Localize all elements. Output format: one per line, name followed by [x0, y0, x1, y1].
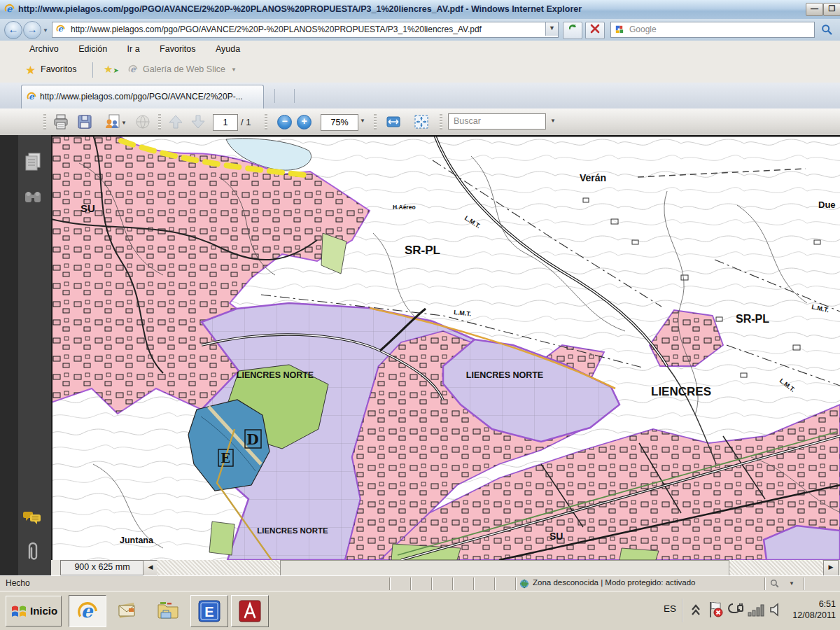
toolbar-grip [440, 114, 442, 130]
save-button[interactable] [74, 113, 95, 131]
google-icon [614, 24, 624, 37]
address-bar[interactable]: e ▼ [52, 22, 559, 38]
favorites-star-icon: ★ [25, 63, 36, 78]
status-bar: Hecho Zona desconocida | Modo protegido:… [0, 575, 840, 592]
network-signal-icon[interactable] [748, 603, 766, 620]
menu-ira[interactable]: Ir a [119, 41, 148, 57]
taskbar-item-adobe-reader[interactable] [231, 595, 269, 627]
find-box[interactable] [448, 113, 546, 130]
tray-expand-icon[interactable] [690, 603, 701, 620]
zoom-level-input[interactable] [321, 114, 358, 131]
clock-date: 12/08/2011 [771, 610, 836, 621]
page-size-indicator: 900 x 625 mm [60, 560, 144, 575]
find-dropdown[interactable]: ▼ [550, 118, 556, 124]
toolbar-grip [374, 114, 377, 130]
taskbar-item-file-explorer[interactable] [150, 595, 186, 626]
recent-pages-dropdown[interactable]: ▼ [43, 27, 48, 34]
stop-button[interactable] [585, 22, 605, 39]
status-text: Hecho [6, 578, 30, 588]
window-title: http://www.pielagos.com/pgo/PGO/AVANCE/2… [18, 0, 582, 18]
page-zoom-dropdown[interactable]: ▼ [789, 580, 794, 587]
ie-icon: e [4, 3, 15, 15]
scroll-left-button[interactable]: ◀ [143, 560, 158, 576]
address-input[interactable] [69, 24, 542, 35]
tab-active[interactable]: e http://www.pielagos.com/pgo/PGO/AVANCE… [21, 85, 264, 109]
search-icon[interactable] [820, 23, 833, 38]
horizontal-scrollbar[interactable] [157, 560, 823, 575]
desktop: e http://www.pielagos.com/pgo/PGO/AVANCE… [0, 0, 840, 630]
favorites-button[interactable]: Favoritos [41, 64, 76, 74]
menu-favoritos[interactable]: Favoritos [151, 41, 204, 57]
minimize-button[interactable]: — [806, 3, 823, 16]
page-number-input[interactable] [213, 114, 238, 131]
restore-button[interactable]: ❐ [823, 3, 840, 16]
favorites-bar: ★ Favoritos ★➤ e Galería de Web Slice ▼ [0, 58, 840, 83]
map-label-liencres: LIENCRES [651, 385, 711, 398]
refresh-button[interactable] [563, 22, 582, 39]
forward-button[interactable]: → [23, 21, 41, 39]
taskbar-item-e-app[interactable]: E [190, 595, 228, 627]
taskbar-clock[interactable]: 6:51 12/08/2011 [771, 598, 836, 621]
search-input[interactable] [628, 24, 811, 35]
attachments-panel-icon[interactable] [24, 541, 42, 565]
menu-ayuda[interactable]: Ayuda [207, 41, 248, 57]
add-favorite-icon[interactable]: ★➤ [104, 63, 119, 76]
document-bottom-bar: 900 x 625 mm ◀ ▶ [51, 560, 840, 575]
pages-panel-icon[interactable] [23, 152, 43, 176]
page-zoom-control[interactable]: ▼ [764, 578, 802, 590]
divider [682, 598, 682, 622]
webslice-ie-icon: e [127, 64, 139, 78]
divider [274, 89, 275, 103]
status-cell [452, 578, 472, 590]
fit-page-button[interactable] [410, 113, 433, 131]
map-label-juntana: Juntana [120, 536, 154, 545]
zoom-out-button[interactable]: − [277, 115, 292, 130]
status-cell [804, 578, 838, 590]
webslice-gallery-button[interactable]: Galería de Web Slice [143, 64, 225, 74]
status-cell [431, 578, 451, 590]
taskbar-item-mail[interactable] [109, 595, 146, 626]
svg-text:e: e [130, 64, 136, 74]
svg-text:e: e [81, 600, 94, 622]
zone-info-text: Zona desconocida | Modo protegido: activ… [533, 578, 696, 587]
collaborate-button[interactable]: ▼ [98, 113, 127, 131]
svg-text:E: E [204, 604, 214, 620]
zoom-in-button[interactable]: + [297, 115, 312, 130]
comments-panel-icon[interactable] [22, 510, 43, 531]
back-button[interactable]: ← [4, 21, 22, 39]
map-label-su-top: SU [80, 202, 95, 214]
panel-strip [0, 135, 18, 575]
power-plug-icon[interactable] [728, 601, 745, 621]
taskbar-item-internet-explorer[interactable]: e [69, 595, 106, 627]
zoom-dropdown[interactable]: ▼ [360, 118, 365, 124]
tab-ie-icon: e [26, 91, 37, 105]
map-label-zone-e: E [220, 451, 230, 465]
menu-bar: Archivo Edición Ir a Favoritos Ayuda [0, 41, 840, 59]
search-panel-icon[interactable] [23, 188, 43, 209]
page-count-label: / 1 [241, 117, 251, 127]
action-center-flag-icon[interactable] [707, 601, 724, 622]
pdf-page-map[interactable]: SU Verán SR-PL SR-PL LIENCRES NORTE LIEN… [51, 135, 840, 560]
map-label-due: Due [818, 200, 836, 210]
previous-page-button [165, 113, 186, 131]
address-dropdown[interactable]: ▼ [545, 22, 558, 36]
find-input[interactable] [452, 115, 539, 127]
security-zone-cell: Zona desconocida | Modo protegido: activ… [515, 578, 723, 590]
toolbar-grip [158, 114, 161, 130]
start-button[interactable]: Inicio [6, 596, 62, 626]
scroll-right-button[interactable]: ▶ [823, 560, 839, 576]
map-label-h-aereo: H.Aéreo [393, 204, 416, 211]
tab-title: http://www.pielagos.com/pgo/PGO/AVANCE/2… [40, 92, 243, 102]
scrollbar-thumb[interactable] [280, 560, 729, 576]
menu-archivo[interactable]: Archivo [21, 41, 67, 57]
print-button[interactable] [50, 113, 71, 131]
fit-width-button[interactable] [382, 113, 405, 131]
menu-edicion[interactable]: Edición [70, 41, 115, 57]
toolbar-grip [43, 114, 46, 130]
collaborate-dropdown[interactable]: ▼ [121, 120, 127, 126]
map-label-zone-d: D [246, 431, 258, 448]
search-box[interactable] [610, 22, 815, 38]
webslice-dropdown[interactable]: ▼ [231, 66, 237, 73]
language-indicator[interactable]: ES [664, 603, 676, 614]
toolbar-grip [265, 114, 267, 130]
